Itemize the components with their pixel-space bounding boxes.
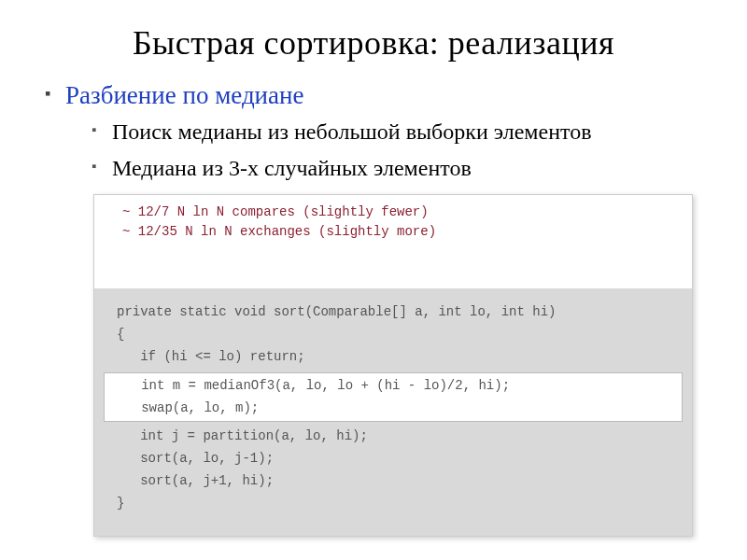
code-line: swap(a, lo, m); xyxy=(118,398,669,420)
code-line: } xyxy=(94,493,692,515)
bullet-sublist: Поиск медианы из небольшой выборки элеме… xyxy=(65,118,719,183)
slide-title: Быстрая сортировка: реализация xyxy=(28,23,719,63)
code-line: { xyxy=(94,324,692,346)
code-line: if (hi <= lo) return; xyxy=(94,346,692,369)
bullet-level1: Разбиение по медиане Поиск медианы из не… xyxy=(45,81,719,183)
code-line: sort(a, lo, j-1); xyxy=(94,448,692,470)
code-line: sort(a, j+1, hi); xyxy=(94,470,692,493)
bullet-level2: Медиана из 3-х случайных элементов xyxy=(92,154,719,183)
bullet-level2: Поиск медианы из небольшой выборки элеме… xyxy=(92,118,719,147)
note-line: ~ 12/7 N ln N compares (slightly fewer) xyxy=(122,203,664,222)
code-line: int j = partition(a, lo, hi); xyxy=(94,426,692,448)
slide: Быстрая сортировка: реализация Разбиение… xyxy=(0,0,747,560)
complexity-notes: ~ 12/7 N ln N compares (slightly fewer) … xyxy=(94,195,692,288)
bullet-text: Разбиение по медиане xyxy=(65,81,304,109)
code-line: private static void sort(Comparable[] a,… xyxy=(94,301,692,324)
code-card: ~ 12/7 N ln N compares (slightly fewer) … xyxy=(93,194,693,536)
code-line: int m = medianOf3(a, lo, lo + (hi - lo)/… xyxy=(118,375,669,398)
highlighted-block: int m = medianOf3(a, lo, lo + (hi - lo)/… xyxy=(104,372,683,423)
note-line: ~ 12/35 N ln N exchanges (slightly more) xyxy=(122,222,664,242)
code-block: private static void sort(Comparable[] a,… xyxy=(94,288,692,535)
bullet-list: Разбиение по медиане Поиск медианы из не… xyxy=(28,81,719,183)
